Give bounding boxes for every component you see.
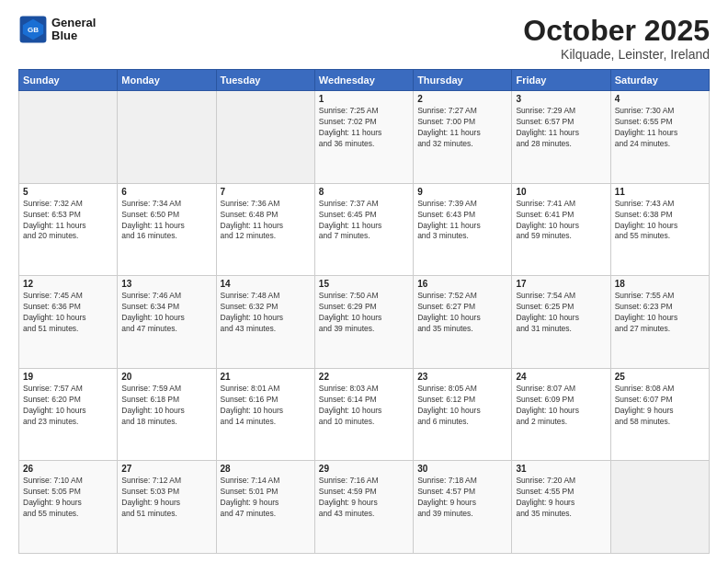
- day-number: 24: [516, 372, 606, 382]
- day-cell: 26Sunrise: 7:10 AM Sunset: 5:05 PM Dayli…: [19, 461, 118, 554]
- day-info: Sunrise: 7:48 AM Sunset: 6:32 PM Dayligh…: [221, 291, 311, 335]
- day-info: Sunrise: 7:16 AM Sunset: 4:59 PM Dayligh…: [319, 476, 409, 520]
- day-cell: 14Sunrise: 7:48 AM Sunset: 6:32 PM Dayli…: [216, 276, 314, 369]
- day-number: 31: [516, 464, 606, 474]
- day-cell: 23Sunrise: 8:05 AM Sunset: 6:12 PM Dayli…: [414, 368, 512, 461]
- logo-text: General Blue: [51, 17, 96, 43]
- day-info: Sunrise: 7:10 AM Sunset: 5:05 PM Dayligh…: [23, 476, 113, 520]
- weekday-header-saturday: Saturday: [610, 70, 709, 91]
- logo-icon: GB: [18, 15, 48, 44]
- weekday-header-thursday: Thursday: [414, 70, 512, 91]
- day-number: 4: [615, 94, 705, 104]
- day-cell: 30Sunrise: 7:18 AM Sunset: 4:57 PM Dayli…: [414, 461, 512, 554]
- calendar-table: SundayMondayTuesdayWednesdayThursdayFrid…: [18, 69, 710, 554]
- day-cell: 13Sunrise: 7:46 AM Sunset: 6:34 PM Dayli…: [118, 276, 216, 369]
- day-cell: 8Sunrise: 7:37 AM Sunset: 6:45 PM Daylig…: [314, 183, 413, 276]
- day-cell: 22Sunrise: 8:03 AM Sunset: 6:14 PM Dayli…: [314, 368, 413, 461]
- week-row-1: 1Sunrise: 7:25 AM Sunset: 7:02 PM Daylig…: [19, 91, 710, 184]
- day-cell: 6Sunrise: 7:34 AM Sunset: 6:50 PM Daylig…: [118, 183, 216, 276]
- week-row-3: 12Sunrise: 7:45 AM Sunset: 6:36 PM Dayli…: [19, 276, 710, 369]
- weekday-header-sunday: Sunday: [19, 70, 118, 91]
- svg-text:GB: GB: [28, 26, 39, 34]
- day-number: 26: [23, 464, 113, 474]
- calendar-title: October 2025: [523, 15, 710, 47]
- day-cell: 18Sunrise: 7:55 AM Sunset: 6:23 PM Dayli…: [610, 276, 709, 369]
- day-cell: 10Sunrise: 7:41 AM Sunset: 6:41 PM Dayli…: [512, 183, 610, 276]
- day-info: Sunrise: 7:46 AM Sunset: 6:34 PM Dayligh…: [121, 291, 211, 335]
- day-number: 23: [417, 372, 507, 382]
- day-cell: 5Sunrise: 7:32 AM Sunset: 6:53 PM Daylig…: [19, 183, 118, 276]
- day-number: 19: [23, 372, 113, 382]
- day-cell: 29Sunrise: 7:16 AM Sunset: 4:59 PM Dayli…: [314, 461, 413, 554]
- day-info: Sunrise: 7:41 AM Sunset: 6:41 PM Dayligh…: [516, 199, 606, 243]
- day-info: Sunrise: 7:37 AM Sunset: 6:45 PM Dayligh…: [319, 199, 409, 243]
- day-cell: 15Sunrise: 7:50 AM Sunset: 6:29 PM Dayli…: [314, 276, 413, 369]
- day-cell: 28Sunrise: 7:14 AM Sunset: 5:01 PM Dayli…: [216, 461, 314, 554]
- day-info: Sunrise: 7:30 AM Sunset: 6:55 PM Dayligh…: [615, 106, 705, 150]
- weekday-header-friday: Friday: [512, 70, 610, 91]
- day-cell: 11Sunrise: 7:43 AM Sunset: 6:38 PM Dayli…: [610, 183, 709, 276]
- calendar-page: GB General Blue October 2025 Kilquade, L…: [0, 0, 728, 563]
- day-info: Sunrise: 7:36 AM Sunset: 6:48 PM Dayligh…: [221, 199, 311, 243]
- day-cell: 20Sunrise: 7:59 AM Sunset: 6:18 PM Dayli…: [118, 368, 216, 461]
- week-row-2: 5Sunrise: 7:32 AM Sunset: 6:53 PM Daylig…: [19, 183, 710, 276]
- day-info: Sunrise: 7:27 AM Sunset: 7:00 PM Dayligh…: [417, 106, 507, 150]
- day-info: Sunrise: 7:29 AM Sunset: 6:57 PM Dayligh…: [516, 106, 606, 150]
- day-number: 12: [23, 279, 113, 289]
- week-row-4: 19Sunrise: 7:57 AM Sunset: 6:20 PM Dayli…: [19, 368, 710, 461]
- day-info: Sunrise: 7:32 AM Sunset: 6:53 PM Dayligh…: [23, 199, 113, 243]
- day-info: Sunrise: 7:39 AM Sunset: 6:43 PM Dayligh…: [417, 199, 507, 243]
- day-cell: 9Sunrise: 7:39 AM Sunset: 6:43 PM Daylig…: [414, 183, 512, 276]
- day-number: 10: [516, 187, 606, 197]
- day-number: 5: [23, 187, 113, 197]
- day-cell: 7Sunrise: 7:36 AM Sunset: 6:48 PM Daylig…: [216, 183, 314, 276]
- day-info: Sunrise: 7:34 AM Sunset: 6:50 PM Dayligh…: [121, 199, 211, 243]
- day-info: Sunrise: 7:59 AM Sunset: 6:18 PM Dayligh…: [121, 384, 211, 428]
- day-number: 27: [121, 464, 211, 474]
- day-cell: 25Sunrise: 8:08 AM Sunset: 6:07 PM Dayli…: [610, 368, 709, 461]
- day-info: Sunrise: 8:08 AM Sunset: 6:07 PM Dayligh…: [615, 384, 705, 428]
- day-number: 13: [121, 279, 211, 289]
- day-cell: 16Sunrise: 7:52 AM Sunset: 6:27 PM Dayli…: [414, 276, 512, 369]
- day-cell: [610, 461, 709, 554]
- day-number: 16: [417, 279, 507, 289]
- day-cell: 1Sunrise: 7:25 AM Sunset: 7:02 PM Daylig…: [314, 91, 413, 184]
- day-number: 7: [221, 187, 311, 197]
- day-number: 9: [417, 187, 507, 197]
- logo-line1: General: [51, 17, 96, 29]
- title-block: October 2025 Kilquade, Leinster, Ireland: [523, 15, 710, 62]
- weekday-header-tuesday: Tuesday: [216, 70, 314, 91]
- day-cell: 31Sunrise: 7:20 AM Sunset: 4:55 PM Dayli…: [512, 461, 610, 554]
- header: GB General Blue October 2025 Kilquade, L…: [18, 15, 710, 62]
- day-info: Sunrise: 7:54 AM Sunset: 6:25 PM Dayligh…: [516, 291, 606, 335]
- day-number: 29: [319, 464, 409, 474]
- day-cell: 19Sunrise: 7:57 AM Sunset: 6:20 PM Dayli…: [19, 368, 118, 461]
- day-info: Sunrise: 8:07 AM Sunset: 6:09 PM Dayligh…: [516, 384, 606, 428]
- day-number: 21: [221, 372, 311, 382]
- day-number: 17: [516, 279, 606, 289]
- day-info: Sunrise: 7:50 AM Sunset: 6:29 PM Dayligh…: [319, 291, 409, 335]
- day-number: 1: [319, 94, 409, 104]
- day-cell: 12Sunrise: 7:45 AM Sunset: 6:36 PM Dayli…: [19, 276, 118, 369]
- day-info: Sunrise: 7:25 AM Sunset: 7:02 PM Dayligh…: [319, 106, 409, 150]
- day-cell: 24Sunrise: 8:07 AM Sunset: 6:09 PM Dayli…: [512, 368, 610, 461]
- logo-line2: Blue: [51, 29, 96, 42]
- weekday-header-monday: Monday: [118, 70, 216, 91]
- day-info: Sunrise: 8:05 AM Sunset: 6:12 PM Dayligh…: [417, 384, 507, 428]
- day-info: Sunrise: 7:55 AM Sunset: 6:23 PM Dayligh…: [615, 291, 705, 335]
- day-info: Sunrise: 7:20 AM Sunset: 4:55 PM Dayligh…: [516, 476, 606, 520]
- day-number: 11: [615, 187, 705, 197]
- weekday-header-row: SundayMondayTuesdayWednesdayThursdayFrid…: [19, 70, 710, 91]
- day-info: Sunrise: 7:57 AM Sunset: 6:20 PM Dayligh…: [23, 384, 113, 428]
- day-info: Sunrise: 8:03 AM Sunset: 6:14 PM Dayligh…: [319, 384, 409, 428]
- day-info: Sunrise: 7:52 AM Sunset: 6:27 PM Dayligh…: [417, 291, 507, 335]
- calendar-subtitle: Kilquade, Leinster, Ireland: [523, 47, 710, 62]
- day-number: 8: [319, 187, 409, 197]
- day-number: 30: [417, 464, 507, 474]
- day-number: 20: [121, 372, 211, 382]
- week-row-5: 26Sunrise: 7:10 AM Sunset: 5:05 PM Dayli…: [19, 461, 710, 554]
- day-cell: 21Sunrise: 8:01 AM Sunset: 6:16 PM Dayli…: [216, 368, 314, 461]
- day-number: 15: [319, 279, 409, 289]
- day-number: 3: [516, 94, 606, 104]
- day-number: 14: [221, 279, 311, 289]
